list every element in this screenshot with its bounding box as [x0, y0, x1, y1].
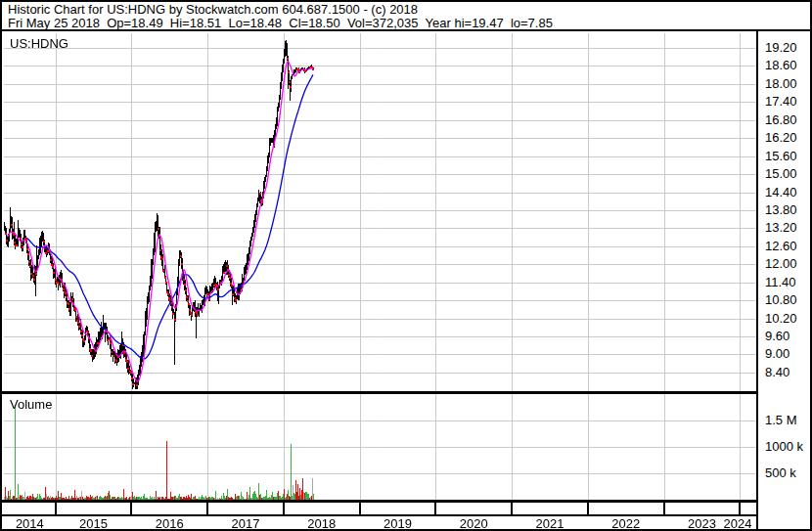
year-tick-mark — [55, 500, 57, 515]
year-tick-mark — [739, 500, 741, 515]
price-tick-label: 11.40 — [765, 275, 796, 289]
year-label: 2021 — [536, 516, 564, 531]
price-tick-label: 17.40 — [765, 94, 797, 109]
volume-tick-label: 1000 k — [765, 439, 803, 454]
year-label: 2014 — [16, 516, 44, 531]
year-tick-mark — [434, 500, 436, 515]
quote-summary-line: Fri May 25 2018 Op=18.49 Hi=18.51 Lo=18.… — [8, 17, 553, 30]
year-strip-line — [2, 514, 756, 516]
year-tick-mark — [130, 500, 132, 515]
price-tick-label: 14.40 — [765, 185, 797, 199]
symbol-label: US:HDNG — [10, 36, 68, 51]
chart-title: Historic Chart for US:HDNG by Stockwatch… — [8, 3, 418, 17]
volume-tick-label: 1.5 M — [765, 413, 797, 427]
stockwatch-historic-chart-window: Historic Chart for US:HDNG by Stockwatch… — [0, 0, 812, 531]
price-tick-label: 10.20 — [765, 311, 797, 326]
price-tick-label: 18.60 — [765, 58, 797, 72]
price-tick-label: 19.20 — [765, 40, 797, 55]
volume-tick-label: 500 k — [765, 465, 796, 480]
year-tick-mark — [359, 500, 361, 515]
year-label: 2016 — [156, 516, 184, 531]
price-volume-separator-line — [2, 391, 756, 394]
price-tick-label: 16.80 — [765, 112, 797, 127]
year-label: 2015 — [79, 516, 108, 531]
year-tick-mark — [206, 500, 208, 515]
year-label: 2024 — [724, 516, 752, 531]
price-tick-label: 13.80 — [765, 202, 797, 217]
price-tick-label: 12.60 — [765, 239, 797, 253]
price-tick-label: 15.00 — [765, 166, 797, 181]
year-tick-mark — [511, 500, 513, 515]
year-tick-mark — [587, 500, 589, 515]
price-tick-label: 8.40 — [765, 365, 789, 379]
price-tick-label: 18.00 — [765, 76, 797, 91]
header-separator-line — [2, 29, 810, 31]
year-label: 2022 — [611, 516, 640, 531]
price-tick-label: 15.60 — [765, 149, 797, 163]
year-label: 2023 — [688, 516, 716, 531]
year-label: 2019 — [383, 516, 412, 531]
price-tick-label: 16.20 — [765, 130, 797, 145]
axis-separator-line — [756, 29, 758, 529]
year-tick-mark — [663, 500, 665, 515]
price-tick-label: 9.60 — [765, 329, 789, 343]
volume-baseline — [2, 500, 756, 503]
price-volume-chart-canvas — [4, 31, 756, 501]
price-tick-label: 13.20 — [765, 220, 797, 235]
year-tick-mark — [283, 500, 285, 515]
price-tick-label: 10.80 — [765, 292, 797, 307]
year-label: 2018 — [307, 516, 336, 531]
year-label: 2017 — [232, 516, 260, 531]
year-label: 2020 — [460, 516, 488, 531]
volume-panel-label: Volume — [10, 397, 52, 412]
price-tick-label: 12.00 — [765, 256, 797, 271]
price-tick-label: 9.00 — [765, 346, 789, 361]
